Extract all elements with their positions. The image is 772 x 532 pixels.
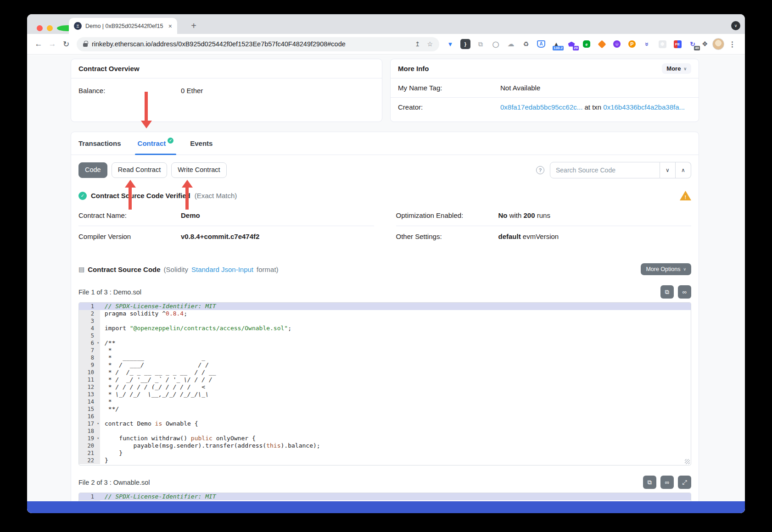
code-line: 21 } xyxy=(79,449,691,457)
code-line: 7 * xyxy=(79,347,691,354)
new-tab-button[interactable]: + xyxy=(188,21,200,31)
back-icon[interactable]: ← xyxy=(32,37,45,51)
fold-icon[interactable]: ▾ xyxy=(97,435,99,442)
code-line: 22} xyxy=(79,457,691,464)
search-prev-button[interactable]: ∧ xyxy=(676,162,691,178)
profile-avatar[interactable] xyxy=(712,38,724,50)
verified-title: Contract Source Code Verified xyxy=(91,192,190,200)
evernote-extension-icon[interactable]: e xyxy=(582,39,592,49)
code-line: 15 **/ xyxy=(79,405,691,413)
code-line: 9 * / ___/ / / xyxy=(79,361,691,369)
compiler-label: Compiler Version xyxy=(78,233,181,240)
code-line: 2pragma solidity ^0.8.4; xyxy=(79,310,691,317)
line-number: 18 xyxy=(79,427,100,435)
json-input-link[interactable]: Standard Json-Input xyxy=(191,266,253,273)
address-bar[interactable]: rinkeby.etherscan.io/address/0xB925d0254… xyxy=(77,37,439,51)
filter-extension-icon[interactable]: ▼ xyxy=(445,39,455,49)
tab-transactions[interactable]: Transactions xyxy=(78,132,121,155)
copy-source-button[interactable]: ⧉ xyxy=(643,476,656,489)
code-line: 10 * / /_ _ __ __ _ _ __ / / __ xyxy=(79,369,691,376)
minimize-window-button[interactable] xyxy=(47,25,53,31)
forward-icon[interactable]: → xyxy=(45,37,59,51)
more-options-button[interactable]: More Options ∨ xyxy=(641,263,691,275)
line-number: 8 xyxy=(79,354,100,361)
triangle-extension-icon[interactable]: ▲133.2 xyxy=(551,39,561,49)
more-info-card: More Info More ∨ My Name Tag: Not Availa… xyxy=(390,59,699,122)
etherscan-favicon: Ξ xyxy=(74,22,82,30)
brackets-extension-icon[interactable]: } xyxy=(460,39,470,49)
file2-label: File 2 of 3 : Ownable.sol xyxy=(78,479,150,486)
line-number: 1 xyxy=(79,493,100,500)
tab-search-button[interactable]: ∨ xyxy=(731,21,740,30)
name-tag-value: Not Available xyxy=(500,84,540,92)
verified-match-text: (Exact Match) xyxy=(195,192,237,200)
creator-txn-link[interactable]: 0x16b4336bcf4a2ba38fa... xyxy=(603,103,685,111)
fe-extension-icon[interactable]: FE xyxy=(672,39,682,49)
warning-triangle-icon[interactable]: ! xyxy=(680,191,691,200)
compiler-row: Compiler Version v0.8.4+commit.c7e474f2 xyxy=(78,226,374,247)
flower-extension-icon[interactable]: ✽ xyxy=(657,39,667,49)
code-line: 5 xyxy=(79,332,691,339)
tab-strip: Ξ Demo | 0xB925d025442f0ef15 × + ∨ xyxy=(27,14,745,34)
cloud-extension-icon[interactable]: ☁ xyxy=(506,39,516,49)
write-contract-button[interactable]: Write Contract xyxy=(171,162,226,177)
browser-tab[interactable]: Ξ Demo | 0xB925d025442f0ef15 × xyxy=(69,18,177,34)
panel-tabs: Transactions Contract ✓ Events xyxy=(71,132,699,155)
code-line: 12 * / / / / / (_/ / / / / < xyxy=(79,383,691,391)
code-line: 1// SPDX-License-Identifier: MIT xyxy=(79,493,691,500)
code-line: 20 payable(msg.sender).transfer(address(… xyxy=(79,442,691,449)
extensions-puzzle-icon[interactable]: ❖ xyxy=(702,40,708,48)
source-code-editor-demo-sol[interactable]: 1// SPDX-License-Identifier: MIT2pragma … xyxy=(78,302,691,466)
chevron-down-icon: ∨ xyxy=(683,66,687,71)
close-tab-icon[interactable]: × xyxy=(168,22,172,30)
read-contract-button[interactable]: Read Contract xyxy=(112,162,168,177)
url-text[interactable]: rinkeby.etherscan.io/address/0xB925d0254… xyxy=(92,40,346,48)
bookmark-star-icon[interactable]: ☆ xyxy=(427,40,433,48)
document-icon: ▤ xyxy=(78,266,84,273)
browser-toolbar: ← → ↻ rinkeby.etherscan.io/address/0xB92… xyxy=(27,34,745,55)
recycle-extension-icon[interactable]: ♻ xyxy=(521,39,531,49)
code-line: 4import "@openzeppelin/contracts/access/… xyxy=(79,325,691,332)
ring-extension-icon[interactable]: ◯ xyxy=(491,39,501,49)
permalink-button[interactable]: ∞ xyxy=(678,285,691,299)
fold-icon[interactable]: ▾ xyxy=(97,420,99,427)
source-code-title: Contract Source Code xyxy=(88,266,160,273)
code-button[interactable]: Code xyxy=(78,162,107,177)
more-button[interactable]: More ∨ xyxy=(662,63,691,74)
contract-metadata: Contract Name: Demo Optimization Enabled… xyxy=(78,205,691,247)
line-number: 7 xyxy=(79,347,100,354)
link-icon: ∞ xyxy=(682,288,687,295)
expand-button[interactable]: ⤢ xyxy=(678,476,691,489)
copy-extension-icon[interactable]: ⧉ xyxy=(476,39,486,49)
permalink-button[interactable]: ∞ xyxy=(660,476,674,489)
metamask-extension-icon[interactable] xyxy=(597,39,607,49)
share-icon[interactable]: ↥ xyxy=(415,40,420,48)
reload-icon[interactable]: ↻ xyxy=(59,37,73,51)
file1-label: File 1 of 3 : Demo.sol xyxy=(78,288,141,296)
pbadge-extension-icon[interactable]: P xyxy=(627,39,637,49)
close-window-button[interactable] xyxy=(37,25,43,31)
tab-events[interactable]: Events xyxy=(190,132,213,155)
fold-icon[interactable]: ▾ xyxy=(97,339,99,347)
chevrons-extension-icon[interactable]: » xyxy=(642,39,652,49)
check-circle-icon: ✓ xyxy=(78,192,87,200)
shield-extension-icon[interactable]: A xyxy=(536,39,546,49)
copy-source-button[interactable]: ⧉ xyxy=(660,285,674,299)
search-source-input[interactable] xyxy=(550,162,660,178)
help-icon[interactable]: ? xyxy=(536,166,544,174)
contract-panel-card: Transactions Contract ✓ Events Code Read… xyxy=(71,132,699,513)
code-line: 16 xyxy=(79,413,691,420)
gradcap-extension-icon[interactable]: 20 xyxy=(566,39,576,49)
face-extension-icon[interactable]: ☺ xyxy=(612,39,622,49)
refresh-extension-icon[interactable]: ↻40 xyxy=(688,39,698,49)
search-next-button[interactable]: ∨ xyxy=(660,162,676,178)
more-info-title: More Info xyxy=(398,65,429,72)
tab-contract[interactable]: Contract ✓ xyxy=(138,132,174,155)
compiler-value: v0.8.4+commit.c7e474f2 xyxy=(181,233,259,240)
chevron-up-icon: ∧ xyxy=(681,167,685,173)
browser-menu-icon[interactable]: ⋮ xyxy=(728,40,736,49)
line-number: 20 xyxy=(79,442,100,449)
line-number: 9 xyxy=(79,361,100,369)
creator-address-link[interactable]: 0x8fa17edab5bc95cc62c... xyxy=(500,103,582,111)
line-number: 10 xyxy=(79,369,100,376)
